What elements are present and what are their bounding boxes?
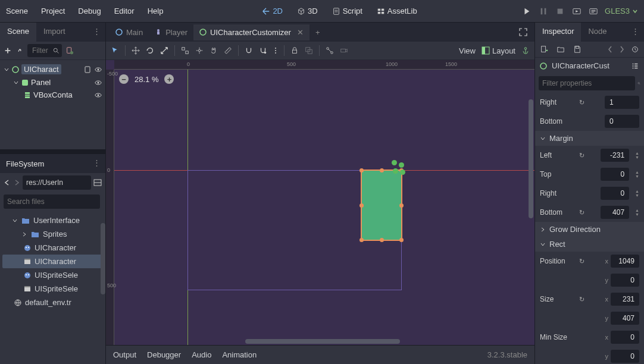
menu-debug[interactable]: Debug <box>78 7 101 15</box>
bottom-audio[interactable]: Audio <box>192 350 211 359</box>
mode-2d-button[interactable]: 2D <box>258 4 286 18</box>
object-properties-icon[interactable] <box>631 62 639 70</box>
anchor-icon[interactable] <box>521 46 530 55</box>
split-view-icon[interactable] <box>93 178 102 187</box>
add-node-icon[interactable] <box>4 46 12 55</box>
tree-node-vbox[interactable]: VBoxConta <box>2 89 103 101</box>
tab-scene[interactable]: Scene <box>0 23 36 42</box>
viewport-vscrollbar[interactable] <box>529 99 533 218</box>
version-label[interactable]: 3.2.3.stable <box>487 350 527 359</box>
section-rect[interactable]: Rect <box>535 237 644 252</box>
collapse-icon[interactable] <box>13 80 19 86</box>
viewport-hscrollbar[interactable] <box>245 339 400 344</box>
bottom-debugger[interactable]: Debugger <box>147 350 181 359</box>
layout-menu[interactable]: Layout <box>482 46 515 55</box>
scale-tool-icon[interactable] <box>160 46 168 55</box>
renderer-select[interactable]: GLES3 <box>605 7 638 15</box>
search-icon[interactable] <box>637 79 640 87</box>
save-resource-icon[interactable] <box>573 45 582 54</box>
zoom-level[interactable]: 28.1 % <box>135 75 158 84</box>
prop-anchor-bottom[interactable]: Bottom 0 <box>535 112 644 131</box>
nav-back-icon[interactable] <box>4 179 11 186</box>
prop-rect-minsize[interactable]: Min Size x0 <box>535 328 644 347</box>
new-resource-icon[interactable] <box>540 45 548 54</box>
fs-file[interactable]: default_env.tr <box>2 296 103 309</box>
stop-icon[interactable] <box>556 7 564 15</box>
view-menu[interactable]: View <box>459 46 476 55</box>
dock-options-icon[interactable]: ⋮ <box>88 154 105 173</box>
snap-config-icon[interactable] <box>259 46 267 55</box>
fs-file[interactable]: UISpriteSele <box>2 268 103 282</box>
select-tool-icon[interactable] <box>111 46 119 55</box>
menu-scene[interactable]: Scene <box>6 7 28 15</box>
ruler-tool-icon[interactable] <box>224 46 232 55</box>
revert-icon[interactable]: ↻ <box>579 296 584 303</box>
instance-icon[interactable] <box>15 46 24 55</box>
prop-margin-top[interactable]: Top 0 ▲▼ <box>535 165 644 184</box>
spinner-icon[interactable]: ▲▼ <box>635 189 639 197</box>
menu-editor[interactable]: Editor <box>114 7 135 15</box>
collapse-icon[interactable] <box>12 218 18 224</box>
revert-icon[interactable]: ↻ <box>579 258 584 265</box>
expand-icon[interactable] <box>21 231 27 237</box>
prop-rect-minsize-y[interactable]: y0 <box>535 347 644 364</box>
tab-import[interactable]: Import <box>36 23 73 42</box>
fs-file[interactable]: UISpriteSele <box>2 282 103 296</box>
zoom-in-button[interactable]: + <box>164 74 174 84</box>
menu-project[interactable]: Project <box>41 7 65 15</box>
tab-filesystem[interactable]: FileSystem <box>0 154 50 173</box>
revert-icon[interactable]: ↻ <box>579 152 584 159</box>
play-scene-icon[interactable] <box>573 7 581 15</box>
history-icon[interactable] <box>631 45 639 54</box>
spinner-icon[interactable]: ▲▼ <box>635 208 639 216</box>
prop-margin-bottom[interactable]: Bottom ↻ 407 ▲▼ <box>535 203 644 222</box>
prop-margin-right[interactable]: Right 0 ▲▼ <box>535 184 644 203</box>
menu-help[interactable]: Help <box>148 7 164 15</box>
camera-override-icon[interactable] <box>340 46 348 55</box>
scene-filter-input[interactable] <box>30 44 52 57</box>
prop-rect-size-y[interactable]: y407 <box>535 309 644 328</box>
revert-icon[interactable]: ↻ <box>579 99 584 106</box>
play-icon[interactable] <box>523 7 531 15</box>
section-margin[interactable]: Margin <box>535 131 644 146</box>
history-back-icon[interactable] <box>607 45 613 54</box>
history-forward-icon[interactable] <box>619 45 625 54</box>
prop-rect-size[interactable]: Size ↻ x231 <box>535 290 644 309</box>
dock-options-icon[interactable]: ⋮ <box>627 23 644 42</box>
inspector-object-name[interactable]: UICharacterCust <box>552 61 609 70</box>
distraction-free-icon[interactable] <box>515 24 531 40</box>
section-grow-direction[interactable]: Grow Direction <box>535 222 644 237</box>
fs-file[interactable]: UICharacter <box>2 241 103 255</box>
fs-file[interactable]: UICharacter <box>2 255 103 268</box>
fs-scrollbar[interactable] <box>101 223 105 294</box>
selected-panel-rect[interactable] <box>361 170 402 241</box>
nav-forward-icon[interactable] <box>13 179 20 186</box>
canvas[interactable] <box>114 70 534 345</box>
prop-margin-left[interactable]: Left ↻ -231 ▲▼ <box>535 146 644 165</box>
list-select-icon[interactable] <box>181 46 189 55</box>
pause-icon[interactable] <box>539 7 548 15</box>
script-attached-icon[interactable] <box>84 66 91 73</box>
zoom-out-button[interactable]: − <box>119 74 129 84</box>
pan-tool-icon[interactable] <box>210 46 218 55</box>
rotate-tool-icon[interactable] <box>146 46 154 55</box>
bottom-output[interactable]: Output <box>113 350 136 359</box>
mode-3d-button[interactable]: 3D <box>293 4 321 18</box>
lock-icon[interactable] <box>290 46 299 55</box>
group-icon[interactable] <box>305 46 313 55</box>
new-tab-icon[interactable]: + <box>310 24 326 40</box>
visibility-icon[interactable] <box>95 79 102 86</box>
snap-toggle-icon[interactable] <box>245 46 253 55</box>
visibility-icon[interactable] <box>95 66 102 73</box>
fs-search-input[interactable] <box>4 194 100 209</box>
scene-tab-main[interactable]: Main <box>110 24 149 40</box>
fs-path[interactable]: res://UserIn <box>23 175 91 190</box>
attach-script-icon[interactable] <box>65 46 74 55</box>
prop-rect-position-y[interactable]: y0 <box>535 271 644 290</box>
fs-folder[interactable]: Sprites <box>2 227 103 241</box>
spinner-icon[interactable]: ▲▼ <box>635 170 639 178</box>
tab-inspector[interactable]: Inspector <box>535 23 581 42</box>
mode-assetlib-button[interactable]: AssetLib <box>373 4 421 18</box>
inspector-filter-input[interactable] <box>539 76 635 90</box>
scene-tab-uicc[interactable]: UICharacterCustomizer ✕ <box>193 24 310 40</box>
